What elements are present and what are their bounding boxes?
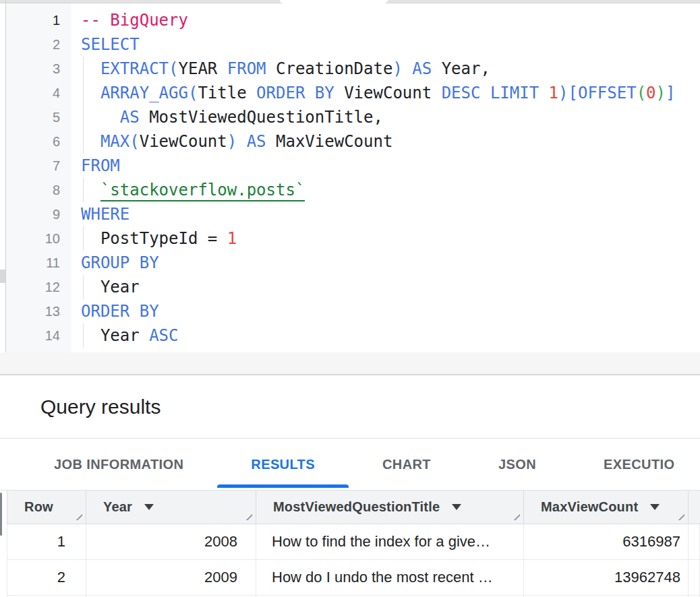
token-keyword: ASC	[149, 326, 178, 345]
bigquery-editor-screen: 1-- BigQuery2SELECT3 EXTRACT(YEAR FROM C…	[0, 0, 700, 597]
token-plain	[81, 84, 100, 102]
column-header-maxviewcount[interactable]: MaxViewCount	[524, 491, 689, 524]
line-number: 13	[0, 299, 71, 323]
code-line[interactable]: 1-- BigQuery	[0, 8, 700, 32]
line-number: 3	[0, 57, 71, 81]
table-cell: How do I undo the most recent …	[256, 560, 524, 596]
code-text: SELECT	[81, 32, 140, 57]
column-label: MostViewedQuestionTitle	[273, 499, 440, 515]
token-keyword: FROM	[81, 156, 120, 175]
code-line[interactable]: 4 ARRAY_AGG(Title ORDER BY ViewCount DES…	[0, 81, 700, 105]
sort-caret-icon[interactable]	[144, 504, 154, 510]
token-plain	[81, 108, 120, 127]
column-resize-grip-icon[interactable]	[676, 511, 684, 520]
table-cell: 6316987	[524, 524, 689, 560]
query-results-title: Query results	[40, 375, 161, 438]
editor-scroll-area[interactable]	[0, 352, 700, 374]
token-plain	[81, 59, 100, 78]
editor-left-border	[5, 0, 6, 371]
code-text: WHERE	[81, 202, 129, 226]
code-line[interactable]: 11GROUP BY	[0, 251, 700, 275]
token-plain: CreationDate	[276, 59, 392, 78]
column-label: MaxViewCount	[541, 499, 638, 515]
code-text: Year	[81, 275, 140, 299]
token-keyword: WHERE	[81, 205, 129, 224]
table-cell: 2	[7, 560, 86, 596]
line-number: 7	[0, 154, 71, 178]
tab-json[interactable]: JSON	[465, 439, 570, 490]
code-line[interactable]: 14 Year ASC	[0, 323, 700, 348]
table-cell: How to find the index for a give…	[256, 524, 524, 560]
code-text: GROUP BY	[81, 251, 159, 275]
token-keyword: )[OFFSET	[558, 84, 637, 102]
active-tab-underline	[217, 484, 349, 488]
results-tabs: JOB INFORMATIONRESULTSCHARTJSONEXECUTIO	[0, 439, 700, 490]
token-plain	[81, 181, 100, 199]
code-line[interactable]: 8 `stackoverflow.posts`	[0, 178, 700, 202]
table-cell: 13962748	[524, 560, 689, 596]
token-keyword: ) AS	[392, 59, 441, 78]
token-keyword: ARRAY_AGG(	[100, 84, 198, 102]
column-label: Row	[24, 499, 53, 515]
token-keyword: GROUP BY	[81, 253, 159, 272]
table-cell	[689, 524, 700, 560]
token-paren: (	[637, 84, 646, 102]
splitter-handle[interactable]	[0, 270, 5, 283]
tab-executio[interactable]: EXECUTIO	[570, 439, 700, 490]
column-header-spacer[interactable]	[689, 491, 700, 524]
table-cell	[689, 560, 700, 596]
token-plain: MaxViewCount	[276, 132, 392, 151]
column-header-mostviewedquestiontitle[interactable]: MostViewedQuestionTitle	[256, 491, 524, 524]
code-text: ORDER BY	[81, 299, 159, 323]
code-line[interactable]: 9WHERE	[0, 202, 700, 226]
tab-results[interactable]: RESULTS	[217, 439, 349, 490]
code-line[interactable]: 2SELECT	[0, 32, 700, 57]
line-number: 12	[0, 275, 71, 299]
column-header-row[interactable]: Row	[7, 491, 86, 524]
code-line[interactable]: 13ORDER BY	[0, 299, 700, 323]
token-plain: Year	[81, 326, 149, 345]
column-label: Year	[103, 499, 132, 515]
tab-label: JOB INFORMATION	[54, 457, 183, 472]
code-line[interactable]: 5 AS MostViewedQuestionTitle,	[0, 105, 700, 129]
token-plain: PostTypeId =	[81, 229, 227, 248]
token-plain	[81, 132, 100, 151]
code-text: -- BigQuery	[81, 8, 188, 32]
tab-job-information[interactable]: JOB INFORMATION	[20, 439, 217, 490]
code-line[interactable]: 6 MAX(ViewCount) AS MaxViewCount	[0, 129, 700, 154]
table-cell: 2008	[86, 524, 256, 560]
token-comment: -- BigQuery	[81, 11, 188, 30]
token-plain: Year,	[442, 59, 490, 78]
line-number: 4	[0, 81, 71, 105]
code-line[interactable]: 3 EXTRACT(YEAR FROM CreationDate) AS Yea…	[0, 57, 700, 81]
token-keyword: ORDER BY	[81, 302, 159, 321]
sort-caret-icon[interactable]	[650, 504, 660, 510]
code-line[interactable]: 7FROM	[0, 154, 700, 178]
line-number: 11	[0, 251, 71, 275]
column-header-year[interactable]: Year	[86, 491, 256, 524]
results-table: RowYearMostViewedQuestionTitleMaxViewCou…	[0, 490, 700, 597]
vertical-scrollbar-thumb[interactable]	[0, 493, 2, 536]
token-keyword: AS	[120, 108, 149, 127]
token-keyword: ORDER BY	[256, 84, 344, 102]
tab-label: EXECUTIO	[604, 457, 674, 472]
token-plain: YEAR	[179, 59, 218, 78]
code-lines: 1-- BigQuery2SELECT3 EXTRACT(YEAR FROM C…	[0, 3, 700, 348]
column-resize-grip-icon[interactable]	[243, 511, 252, 520]
token-plain: Title	[198, 84, 256, 102]
code-text: `stackoverflow.posts`	[81, 178, 305, 202]
table-header-row: RowYearMostViewedQuestionTitleMaxViewCou…	[7, 491, 700, 524]
code-line[interactable]: 10 PostTypeId = 1	[0, 226, 700, 251]
tab-label: RESULTS	[251, 457, 315, 472]
token-keyword: DESC LIMIT	[442, 84, 549, 102]
column-resize-grip-icon[interactable]	[511, 511, 520, 520]
token-table: `stackoverflow.posts`	[100, 181, 305, 201]
sql-editor[interactable]: 1-- BigQuery2SELECT3 EXTRACT(YEAR FROM C…	[0, 3, 700, 352]
line-number: 14	[0, 323, 71, 348]
sort-caret-icon[interactable]	[452, 504, 461, 510]
tab-chart[interactable]: CHART	[349, 439, 465, 490]
code-text: ARRAY_AGG(Title ORDER BY ViewCount DESC …	[81, 81, 675, 105]
column-resize-grip-icon[interactable]	[74, 511, 82, 520]
code-text: MAX(ViewCount) AS MaxViewCount	[81, 129, 392, 154]
code-line[interactable]: 12 Year	[0, 275, 700, 299]
